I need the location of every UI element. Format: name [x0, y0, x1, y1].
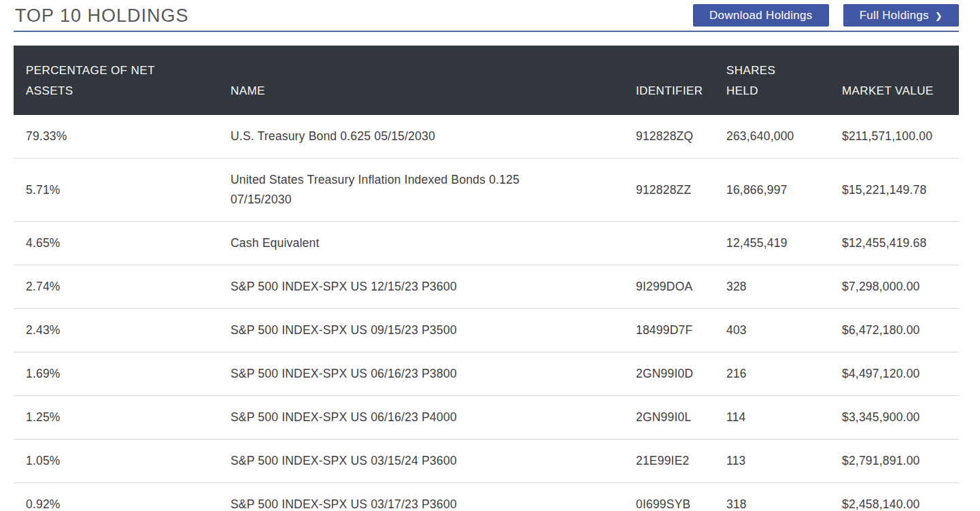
- cell-percentage: 1.25%: [14, 396, 231, 440]
- holding-name: S&P 500 INDEX-SPX US 03/17/23 P3600: [231, 495, 457, 511]
- cell-name: Cash Equivalent: [231, 222, 636, 265]
- cell-shares-held: 263,640,000: [726, 115, 842, 159]
- cell-identifier: 21E99IE2: [636, 440, 726, 483]
- holdings-section: TOP 10 HOLDINGS Download Holdings Full H…: [14, 0, 959, 511]
- cell-shares-held: 16,866,997: [726, 159, 842, 222]
- cell-identifier: 912828ZZ: [636, 159, 726, 222]
- download-holdings-label: Download Holdings: [709, 9, 813, 22]
- column-header-percentage: PERCENTAGE OF NET ASSETS: [14, 46, 231, 115]
- cell-name: S&P 500 INDEX-SPX US 06/16/23 P3800: [231, 352, 636, 396]
- table-row: 4.65%Cash Equivalent12,455,419$12,455,41…: [14, 222, 959, 265]
- cell-percentage: 4.65%: [14, 222, 231, 265]
- holdings-table: PERCENTAGE OF NET ASSETS NAME IDENTIFIER…: [14, 46, 959, 511]
- cell-identifier: 2GN99I0L: [636, 396, 726, 440]
- holding-name: S&P 500 INDEX-SPX US 06/16/23 P4000: [231, 408, 457, 427]
- cell-identifier: 9I299DOA: [636, 265, 726, 309]
- cell-percentage: 79.33%: [14, 115, 231, 159]
- holding-name: S&P 500 INDEX-SPX US 12/15/23 P3600: [231, 277, 457, 297]
- holding-name: United States Treasury Inflation Indexed…: [231, 170, 577, 210]
- cell-identifier: 2GN99I0D: [636, 352, 726, 396]
- full-holdings-label: Full Holdings: [860, 9, 929, 22]
- cell-name: S&P 500 INDEX-SPX US 03/17/23 P3600: [231, 483, 636, 511]
- cell-market-value: $2,791,891.00: [842, 440, 959, 483]
- cell-name: U.S. Treasury Bond 0.625 05/15/2030: [231, 115, 636, 159]
- holding-name: S&P 500 INDEX-SPX US 03/15/24 P3600: [231, 451, 457, 471]
- column-header-identifier-label: IDENTIFIER: [636, 84, 703, 97]
- holding-name: Cash Equivalent: [231, 233, 319, 253]
- cell-shares-held: 12,455,419: [726, 222, 842, 265]
- cell-market-value: $12,455,419.68: [842, 222, 959, 265]
- download-holdings-button[interactable]: Download Holdings: [693, 4, 829, 27]
- table-row: 1.69%S&P 500 INDEX-SPX US 06/16/23 P3800…: [14, 352, 959, 396]
- cell-shares-held: 328: [726, 265, 842, 309]
- cell-market-value: $7,298,000.00: [842, 265, 959, 309]
- column-header-name: NAME: [231, 46, 636, 115]
- table-row: 2.74%S&P 500 INDEX-SPX US 12/15/23 P3600…: [14, 265, 959, 309]
- cell-identifier: [636, 222, 726, 265]
- cell-name: S&P 500 INDEX-SPX US 12/15/23 P3600: [231, 265, 636, 309]
- table-row: 1.25%S&P 500 INDEX-SPX US 06/16/23 P4000…: [14, 396, 959, 440]
- cell-market-value: $6,472,180.00: [842, 309, 959, 352]
- table-row: 5.71%United States Treasury Inflation In…: [14, 159, 959, 222]
- table-row: 0.92%S&P 500 INDEX-SPX US 03/17/23 P3600…: [14, 483, 959, 511]
- table-row: 1.05%S&P 500 INDEX-SPX US 03/15/24 P3600…: [14, 440, 959, 483]
- header-actions: Download Holdings Full Holdings ❯: [693, 4, 959, 27]
- cell-market-value: $2,458,140.00: [842, 483, 959, 511]
- cell-shares-held: 114: [726, 396, 842, 440]
- cell-shares-held: 403: [726, 309, 842, 352]
- table-row: 2.43%S&P 500 INDEX-SPX US 09/15/23 P3500…: [14, 309, 959, 352]
- cell-percentage: 2.43%: [14, 309, 231, 352]
- column-header-percentage-label: PERCENTAGE OF NET ASSETS: [26, 61, 165, 101]
- cell-percentage: 1.05%: [14, 440, 231, 483]
- column-header-name-label: NAME: [231, 84, 265, 97]
- holding-name: U.S. Treasury Bond 0.625 05/15/2030: [231, 127, 435, 146]
- column-header-shares-held-label: SHARES HELD: [726, 61, 777, 101]
- column-header-market-value-label: MARKET VALUE: [842, 84, 934, 97]
- holding-name: S&P 500 INDEX-SPX US 09/15/23 P3500: [231, 320, 457, 340]
- full-holdings-button[interactable]: Full Holdings ❯: [843, 4, 959, 27]
- cell-name: United States Treasury Inflation Indexed…: [231, 159, 636, 222]
- column-header-identifier: IDENTIFIER: [636, 46, 726, 115]
- cell-name: S&P 500 INDEX-SPX US 03/15/24 P3600: [231, 440, 636, 483]
- page-title: TOP 10 HOLDINGS: [14, 4, 189, 27]
- cell-market-value: $4,497,120.00: [842, 352, 959, 396]
- cell-name: S&P 500 INDEX-SPX US 09/15/23 P3500: [231, 309, 636, 352]
- cell-identifier: 18499D7F: [636, 309, 726, 352]
- cell-percentage: 2.74%: [14, 265, 231, 309]
- cell-shares-held: 318: [726, 483, 842, 511]
- cell-percentage: 0.92%: [14, 483, 231, 511]
- cell-percentage: 5.71%: [14, 159, 231, 222]
- cell-shares-held: 113: [726, 440, 842, 483]
- column-header-market-value: MARKET VALUE: [842, 46, 959, 115]
- cell-identifier: 0I699SYB: [636, 483, 726, 511]
- cell-percentage: 1.69%: [14, 352, 231, 396]
- cell-market-value: $211,571,100.00: [842, 115, 959, 159]
- cell-market-value: $15,221,149.78: [842, 159, 959, 222]
- table-body: 79.33%U.S. Treasury Bond 0.625 05/15/203…: [14, 115, 959, 511]
- table-header: PERCENTAGE OF NET ASSETS NAME IDENTIFIER…: [14, 46, 959, 115]
- cell-identifier: 912828ZQ: [636, 115, 726, 159]
- chevron-right-icon: ❯: [935, 12, 943, 20]
- column-header-shares-held: SHARES HELD: [726, 46, 842, 115]
- table-row: 79.33%U.S. Treasury Bond 0.625 05/15/203…: [14, 115, 959, 159]
- cell-name: S&P 500 INDEX-SPX US 06/16/23 P4000: [231, 396, 636, 440]
- table-header-row: PERCENTAGE OF NET ASSETS NAME IDENTIFIER…: [14, 46, 959, 115]
- cell-market-value: $3,345,900.00: [842, 396, 959, 440]
- cell-shares-held: 216: [726, 352, 842, 396]
- section-title-bar: TOP 10 HOLDINGS Download Holdings Full H…: [14, 4, 959, 32]
- holding-name: S&P 500 INDEX-SPX US 06/16/23 P3800: [231, 364, 457, 384]
